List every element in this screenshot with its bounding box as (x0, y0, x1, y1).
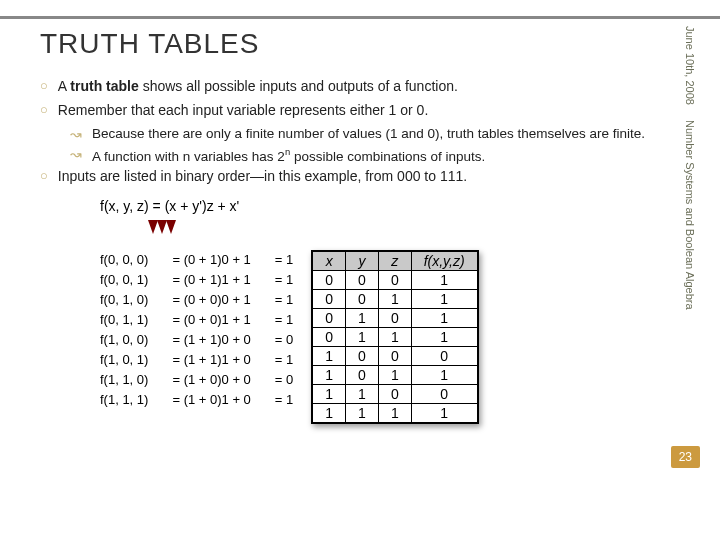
lower-content: f(0, 0, 0) f(0, 0, 1) f(0, 1, 0) f(0, 1,… (40, 250, 666, 424)
truth-table-cell: 1 (378, 327, 411, 346)
truth-table-cell: 0 (313, 308, 346, 327)
truth-table-cell: 1 (411, 308, 477, 327)
bullet-2b: ↝ A function with n variables has 2n pos… (70, 146, 666, 164)
bullet-2: ○ Remember that each input variable repr… (40, 102, 666, 118)
bullet-3: ○ Inputs are listed in binary order—in t… (40, 168, 666, 184)
bullet-2a: ↝ Because there are only a finite number… (70, 126, 666, 142)
table-row: 0001 (313, 270, 477, 289)
truth-table-cell: 1 (346, 327, 379, 346)
bullet-3-text: Inputs are listed in binary order—in thi… (58, 168, 467, 184)
table-row: 1111 (313, 403, 477, 422)
slide: June 10th, 2008 Number Systems and Boole… (0, 0, 720, 540)
page-number: 23 (671, 446, 700, 468)
bullet-mark-icon: ○ (40, 102, 48, 118)
table-row: 1100 (313, 384, 477, 403)
truth-table-cell: 1 (313, 403, 346, 422)
truth-table: xyzf(x,y,z) 0001001101010111100010111100… (312, 251, 477, 423)
truth-table-cell: 1 (313, 365, 346, 384)
truth-table-cell: 0 (378, 270, 411, 289)
bullet-list: ○ A truth table shows all possible input… (40, 78, 666, 184)
side-date: June 10th, 2008 (684, 26, 696, 105)
truth-table-cell: 1 (313, 346, 346, 365)
truth-table-cell: 1 (346, 403, 379, 422)
truth-table-cell: 1 (346, 384, 379, 403)
table-row: 1011 (313, 365, 477, 384)
table-row: 1000 (313, 346, 477, 365)
sub-bullet-mark-icon: ↝ (70, 126, 82, 142)
truth-table-wrap: xyzf(x,y,z) 0001001101010111100010111100… (311, 250, 478, 424)
truth-table-header-row: xyzf(x,y,z) (313, 251, 477, 270)
truth-table-cell: 1 (346, 308, 379, 327)
eval-results-column: = 1 = 1 = 1 = 1 = 0 = 1 = 0 = 1 (275, 250, 293, 411)
truth-table-cell: 0 (346, 365, 379, 384)
truth-table-cell: 0 (411, 384, 477, 403)
eval-exprs-column: = (0 + 1)0 + 1 = (0 + 1)1 + 1 = (0 + 0)0… (172, 250, 250, 411)
truth-table-cell: 0 (378, 384, 411, 403)
bullet-1-post: shows all possible inputs and outputs of… (139, 78, 458, 94)
top-divider (0, 16, 720, 19)
truth-table-cell: 1 (411, 289, 477, 308)
truth-table-header-cell: x (313, 251, 346, 270)
arrow-group (160, 220, 666, 246)
bullet-2b-pre: A function with n variables has 2 (92, 149, 285, 164)
table-row: 0011 (313, 289, 477, 308)
truth-table-cell: 0 (313, 327, 346, 346)
truth-table-cell: 1 (313, 384, 346, 403)
truth-table-cell: 0 (346, 270, 379, 289)
truth-table-header-cell: z (378, 251, 411, 270)
side-topic: Number Systems and Boolean Algebra (684, 120, 696, 310)
truth-table-header-cell: f(x,y,z) (411, 251, 477, 270)
bullet-2b-text: A function with n variables has 2n possi… (92, 146, 485, 164)
truth-table-header-cell: y (346, 251, 379, 270)
bullet-2-text: Remember that each input variable repres… (58, 102, 428, 118)
sub-bullet-mark-icon: ↝ (70, 146, 82, 164)
bullet-mark-icon: ○ (40, 78, 48, 94)
table-row: 0101 (313, 308, 477, 327)
truth-table-cell: 0 (313, 270, 346, 289)
bullet-2a-text: Because there are only a finite number o… (92, 126, 645, 142)
truth-table-cell: 0 (411, 346, 477, 365)
eval-labels-column: f(0, 0, 0) f(0, 0, 1) f(0, 1, 0) f(0, 1,… (100, 250, 148, 411)
bullet-mark-icon: ○ (40, 168, 48, 184)
truth-table-cell: 1 (378, 403, 411, 422)
evaluation-block: f(0, 0, 0) f(0, 0, 1) f(0, 1, 0) f(0, 1,… (100, 250, 293, 411)
bullet-1: ○ A truth table shows all possible input… (40, 78, 666, 94)
equation: f(x, y, z) = (x + y')z + x' (100, 198, 666, 214)
truth-table-cell: 0 (346, 289, 379, 308)
truth-table-cell: 0 (346, 346, 379, 365)
truth-table-cell: 1 (378, 365, 411, 384)
arrow-down-icon (166, 220, 176, 234)
bullet-2b-post: possible combinations of inputs. (290, 149, 485, 164)
table-row: 0111 (313, 327, 477, 346)
slide-title: TRUTH TABLES (40, 28, 666, 60)
bullet-1-bold: truth table (70, 78, 138, 94)
truth-table-cell: 0 (378, 308, 411, 327)
bullet-1-text: A truth table shows all possible inputs … (58, 78, 458, 94)
truth-table-cell: 1 (411, 270, 477, 289)
truth-table-cell: 0 (313, 289, 346, 308)
truth-table-cell: 1 (411, 365, 477, 384)
truth-table-body: 00010011010101111000101111001111 (313, 270, 477, 422)
truth-table-cell: 1 (411, 327, 477, 346)
truth-table-cell: 1 (411, 403, 477, 422)
truth-table-cell: 0 (378, 346, 411, 365)
bullet-1-pre: A (58, 78, 70, 94)
truth-table-cell: 1 (378, 289, 411, 308)
